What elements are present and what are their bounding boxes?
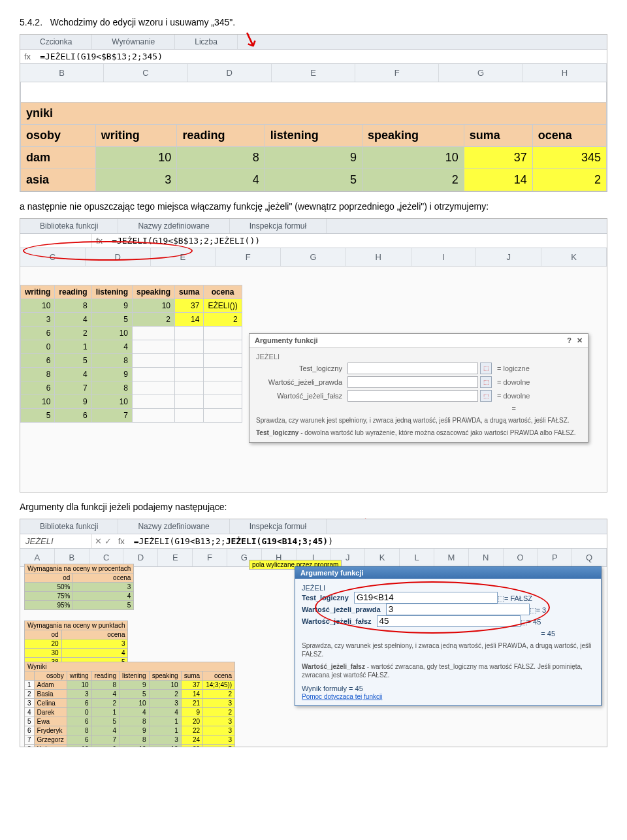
- cell[interactable]: 6: [67, 735, 91, 744]
- cell[interactable]: ocena: [203, 671, 235, 680]
- cell[interactable]: 9: [119, 680, 149, 689]
- cell[interactable]: 10: [21, 395, 55, 408]
- cell[interactable]: 10: [95, 146, 177, 169]
- cell[interactable]: 2: [55, 326, 91, 340]
- cell[interactable]: Celina: [34, 698, 67, 707]
- cell[interactable]: ocena: [532, 124, 606, 146]
- cell[interactable]: 0: [67, 707, 91, 717]
- cell[interactable]: 8: [91, 680, 119, 689]
- cell[interactable]: 8: [91, 381, 132, 395]
- cell[interactable]: Ewa: [34, 717, 67, 726]
- cell[interactable]: Fryderyk: [34, 726, 67, 735]
- col-hdr[interactable]: H: [523, 64, 607, 82]
- close-icon[interactable]: ✕: [577, 336, 583, 345]
- cell[interactable]: 6: [67, 717, 91, 726]
- cell[interactable]: 1: [149, 726, 181, 735]
- col-hdr[interactable]: D: [86, 248, 151, 266]
- col-hdr[interactable]: E: [158, 549, 193, 566]
- cell[interactable]: 95%: [25, 600, 73, 609]
- cell[interactable]: ocena: [61, 630, 128, 639]
- cell[interactable]: 9: [91, 299, 132, 312]
- cell[interactable]: Basia: [34, 689, 67, 698]
- cell[interactable]: 2: [203, 689, 235, 698]
- cell[interactable]: od: [25, 573, 73, 582]
- cell[interactable]: 3: [61, 639, 128, 648]
- cell[interactable]: writing: [95, 124, 177, 146]
- cell[interactable]: 3: [203, 726, 235, 735]
- ref-select-icon[interactable]: ⬚: [498, 594, 504, 602]
- cell[interactable]: 5: [73, 600, 134, 609]
- arg-input-test[interactable]: [354, 592, 498, 604]
- cell[interactable]: 4: [91, 689, 119, 698]
- formula-bar[interactable]: =JEŻELI(G19<$B$13;2;JEŻELI()): [106, 234, 607, 248]
- col-hdr[interactable]: C: [20, 248, 86, 266]
- col-hdr[interactable]: H: [346, 248, 411, 266]
- ref-select-icon[interactable]: ⬚: [480, 390, 492, 402]
- cell[interactable]: osoby: [34, 671, 67, 680]
- cell[interactable]: dam: [21, 146, 96, 169]
- cell[interactable]: 8: [177, 146, 265, 169]
- cell[interactable]: 7: [25, 735, 35, 744]
- dialog-title[interactable]: Argumenty funkcji: [295, 567, 601, 579]
- cell[interactable]: reading: [55, 285, 91, 299]
- cell[interactable]: 10: [362, 146, 464, 169]
- cell[interactable]: suma: [181, 671, 202, 680]
- cell[interactable]: 5: [119, 689, 149, 698]
- cell[interactable]: 3: [203, 735, 235, 744]
- cell[interactable]: yniki: [21, 102, 607, 124]
- col-hdr[interactable]: N: [469, 549, 504, 566]
- cell[interactable]: 37: [181, 680, 202, 689]
- col-hdr[interactable]: L: [400, 549, 434, 566]
- cell[interactable]: 5: [25, 717, 35, 726]
- col-hdr[interactable]: M: [434, 549, 469, 566]
- cell[interactable]: suma: [464, 124, 532, 146]
- cell[interactable]: 9: [119, 726, 149, 735]
- arg-input-false[interactable]: [347, 390, 478, 402]
- cell[interactable]: 6: [25, 726, 35, 735]
- cell[interactable]: 10: [133, 299, 175, 312]
- cell[interactable]: ocena: [204, 285, 242, 299]
- cell[interactable]: 4: [61, 648, 128, 657]
- cell[interactable]: 5: [265, 169, 362, 191]
- cell[interactable]: speaking: [362, 124, 464, 146]
- col-hdr[interactable]: G: [439, 64, 522, 82]
- col-hdr[interactable]: B: [20, 64, 104, 82]
- cell[interactable]: EŻELI()): [204, 299, 242, 312]
- col-hdr[interactable]: O: [504, 549, 538, 566]
- col-hdr[interactable]: C: [104, 64, 187, 82]
- cell[interactable]: 2: [203, 707, 235, 717]
- cell[interactable]: 4: [91, 340, 132, 353]
- cell[interactable]: 14;3;45)): [203, 680, 235, 689]
- cell[interactable]: 4: [149, 707, 181, 717]
- fx-icon[interactable]: fx: [114, 535, 129, 547]
- fx-icon[interactable]: fx: [20, 50, 35, 63]
- cell[interactable]: 3: [25, 698, 35, 707]
- cell[interactable]: 37: [464, 146, 532, 169]
- cell[interactable]: 8: [25, 744, 35, 747]
- col-hdr[interactable]: D: [188, 64, 272, 82]
- cell[interactable]: 2: [25, 689, 35, 698]
- cell[interactable]: [25, 671, 35, 680]
- cell[interactable]: 3: [203, 698, 235, 707]
- cell[interactable]: 4: [55, 312, 91, 326]
- cell[interactable]: 5: [55, 353, 91, 367]
- cell[interactable]: speaking: [133, 285, 175, 299]
- ref-select-icon[interactable]: ⬚: [480, 376, 492, 388]
- col-hdr[interactable]: F: [355, 64, 439, 82]
- cell[interactable]: 39: [181, 744, 202, 747]
- cell[interactable]: 5: [203, 744, 235, 747]
- cell[interactable]: 50%: [25, 582, 73, 591]
- cell[interactable]: 7: [91, 735, 119, 744]
- cell[interactable]: 2: [532, 169, 606, 191]
- cell[interactable]: 4: [73, 591, 134, 600]
- cell[interactable]: 5: [21, 408, 55, 422]
- cell[interactable]: 37: [175, 299, 204, 312]
- cell[interactable]: 9: [181, 707, 202, 717]
- col-hdr[interactable]: F: [216, 248, 281, 266]
- col-hdr[interactable]: I: [411, 248, 477, 266]
- cell[interactable]: 14: [181, 689, 202, 698]
- cell[interactable]: 0: [21, 340, 55, 353]
- cell[interactable]: listening: [265, 124, 362, 146]
- col-hdr[interactable]: P: [538, 549, 572, 566]
- cell[interactable]: 10: [67, 680, 91, 689]
